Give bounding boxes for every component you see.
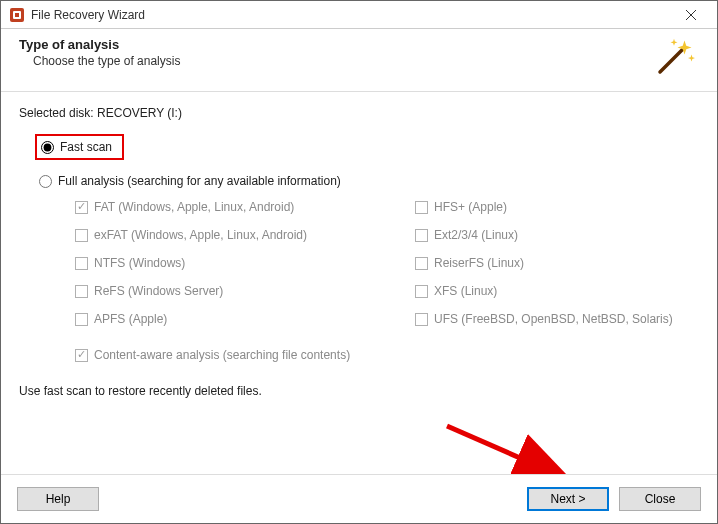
fs-checkbox-hfs[interactable]: HFS+ (Apple) (415, 200, 695, 214)
fs-checkbox-xfs[interactable]: XFS (Linux) (415, 284, 695, 298)
help-button[interactable]: Help (17, 487, 99, 511)
svg-marker-8 (671, 39, 678, 46)
fs-checkbox-fat[interactable]: FAT (Windows, Apple, Linux, Android) (75, 200, 415, 214)
content-aware-checkbox[interactable]: Content-aware analysis (searching file c… (75, 348, 699, 362)
close-button-footer[interactable]: Close (619, 487, 701, 511)
usage-hint: Use fast scan to restore recently delete… (19, 384, 699, 398)
fs-checkbox-exfat[interactable]: exFAT (Windows, Apple, Linux, Android) (75, 228, 415, 242)
page-subtitle: Choose the type of analysis (33, 54, 180, 68)
full-analysis-label: Full analysis (searching for any availab… (58, 174, 341, 188)
footer: Help Next > Close (1, 474, 717, 523)
svg-marker-7 (688, 55, 695, 62)
fs-checkbox-ufs[interactable]: UFS (FreeBSD, OpenBSD, NetBSD, Solaris) (415, 312, 695, 326)
selected-disk-label: Selected disk: RECOVERY (I:) (19, 106, 699, 120)
fs-checkbox-ext[interactable]: Ext2/3/4 (Linux) (415, 228, 695, 242)
fs-checkbox-refs[interactable]: ReFS (Windows Server) (75, 284, 415, 298)
window-title: File Recovery Wizard (31, 8, 145, 22)
fast-scan-radio-input[interactable] (41, 141, 54, 154)
svg-rect-2 (15, 13, 19, 17)
filesystem-grid: FAT (Windows, Apple, Linux, Android) HFS… (75, 200, 699, 326)
close-button[interactable] (673, 3, 709, 27)
wizard-wand-icon (653, 37, 695, 79)
fs-checkbox-ntfs[interactable]: NTFS (Windows) (75, 256, 415, 270)
full-analysis-radio-input[interactable] (39, 175, 52, 188)
next-button[interactable]: Next > (527, 487, 609, 511)
fast-scan-radio[interactable]: Fast scan (41, 140, 112, 154)
fs-checkbox-apfs[interactable]: APFS (Apple) (75, 312, 415, 326)
app-icon (9, 7, 25, 23)
fast-scan-highlight: Fast scan (35, 134, 124, 160)
svg-line-5 (660, 49, 683, 72)
fast-scan-label: Fast scan (60, 140, 112, 154)
page-title: Type of analysis (19, 37, 180, 52)
fs-checkbox-reiserfs[interactable]: ReiserFS (Linux) (415, 256, 695, 270)
content-area: Selected disk: RECOVERY (I:) Fast scan F… (1, 92, 717, 436)
header: Type of analysis Choose the type of anal… (1, 29, 717, 91)
titlebar: File Recovery Wizard (1, 1, 717, 29)
full-analysis-radio[interactable]: Full analysis (searching for any availab… (39, 174, 699, 188)
